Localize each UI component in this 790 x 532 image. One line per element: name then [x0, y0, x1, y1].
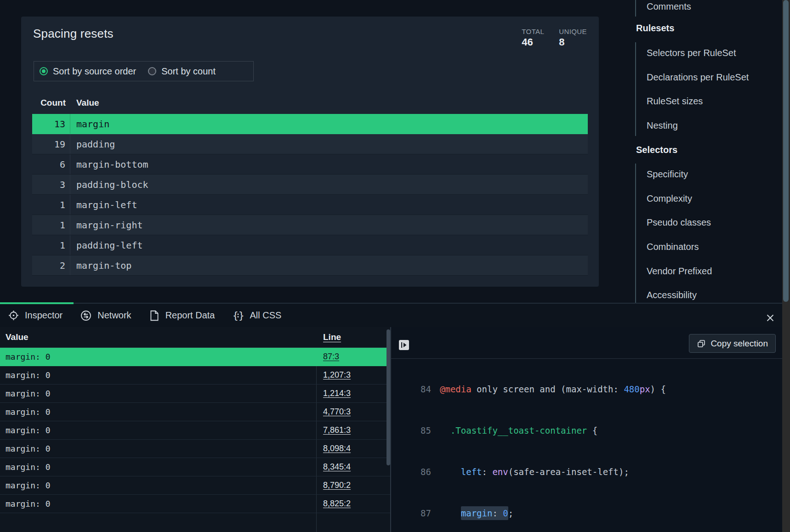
row-value: margin: 0 — [0, 348, 317, 366]
value-header: Value — [70, 98, 99, 108]
spacing-table-header: Count Value — [32, 92, 588, 114]
row-value: margin: 0 — [0, 385, 317, 402]
radio-unselected-icon[interactable] — [148, 67, 156, 75]
code-lines: 84@media only screen and (max-width: 480… — [391, 359, 782, 532]
svg-text:{: { — [233, 310, 239, 321]
sidebar-item-specificity[interactable]: Specificity — [647, 169, 688, 180]
line-number: 87 — [391, 506, 431, 520]
code-line-selected: 87 margin: 0; — [391, 506, 782, 520]
row-value: margin-right — [70, 220, 143, 231]
tab-all-css[interactable]: { } All CSS — [232, 310, 281, 322]
inspector-row[interactable]: margin: 0 8,790:2 — [0, 476, 390, 495]
row-value: padding-block — [70, 179, 148, 190]
tab-network[interactable]: Network — [80, 310, 131, 322]
row-value: margin: 0 — [0, 421, 317, 439]
line-link[interactable]: 1,207:3 — [323, 370, 351, 379]
line-link[interactable]: 8,790:2 — [323, 481, 351, 490]
tab-label: Network — [97, 310, 131, 321]
row-count: 2 — [32, 255, 70, 275]
radio-label: Sort by source order — [53, 66, 136, 77]
row-value: margin: 0 — [0, 366, 317, 384]
svg-text:}: } — [239, 310, 244, 321]
sidebar-item-selectors-per-ruleset[interactable]: Selectors per RuleSet — [647, 48, 736, 58]
radio-label: Sort by count — [161, 66, 216, 77]
sidebar-heading-selectors: Selectors — [636, 145, 677, 155]
inspector-row[interactable]: margin: 0 8,825:2 — [0, 495, 390, 513]
inspector-row[interactable]: margin: 0 87:3 — [0, 348, 390, 366]
inspector-row[interactable]: margin: 0 7,861:3 — [0, 421, 390, 440]
sidebar-group-line — [635, 164, 636, 303]
row-count: 1 — [32, 215, 70, 235]
inspector-scrollbar-thumb[interactable] — [386, 329, 390, 465]
table-row[interactable]: 1 margin-left — [32, 195, 588, 215]
line-link[interactable]: 8,098:4 — [323, 444, 351, 453]
radio-selected-icon[interactable] — [40, 67, 48, 75]
sidebar-scrollbar-thumb[interactable] — [783, 0, 789, 302]
transfer-icon — [80, 310, 92, 322]
row-value: margin: 0 — [0, 440, 317, 458]
row-value: margin — [70, 119, 109, 130]
sidebar-item-comments[interactable]: Comments — [647, 1, 691, 12]
bottom-tabbar: Inspector Network Report Data { } All CS… — [0, 304, 782, 327]
tab-label: Report Data — [165, 310, 215, 321]
selected-declaration: margin: 0 — [461, 506, 508, 520]
inspector-row[interactable]: margin: 0 8,345:4 — [0, 458, 390, 476]
row-count: 1 — [32, 235, 70, 255]
tab-inspector[interactable]: Inspector — [8, 310, 63, 321]
line-link[interactable]: 87:3 — [323, 352, 339, 361]
crosshair-icon — [8, 310, 19, 321]
inspector-row-partial — [0, 513, 390, 532]
spacing-table: Count Value 13 margin 19 padding 6 margi… — [32, 92, 588, 276]
copy-selection-button[interactable]: Copy selection — [689, 334, 776, 353]
code-viewer-header: Copy selection — [391, 327, 782, 359]
sidebar-item-combinators[interactable]: Combinators — [647, 242, 699, 252]
table-row[interactable]: 1 margin-right — [32, 215, 588, 235]
line-link[interactable]: 1,214:3 — [323, 389, 351, 398]
tab-label: Inspector — [25, 310, 63, 321]
inspector-table-header: Value Line — [0, 327, 390, 348]
table-row[interactable]: 13 margin — [32, 114, 588, 134]
row-value: padding-left — [70, 240, 143, 251]
line-link[interactable]: 4,770:3 — [323, 407, 351, 416]
code-area[interactable]: 84@media only screen and (max-width: 480… — [391, 359, 782, 532]
expand-panel-button[interactable] — [399, 340, 409, 350]
line-link[interactable]: 8,345:4 — [323, 462, 351, 471]
sidebar-item-pseudo-classes[interactable]: Pseudo classes — [647, 217, 711, 228]
table-row[interactable]: 1 padding-left — [32, 235, 588, 255]
row-count: 13 — [32, 114, 70, 134]
inspector-row[interactable]: margin: 0 1,214:3 — [0, 385, 390, 403]
inspector-panel: Value Line margin: 0 87:3 margin: 0 1,20… — [0, 327, 391, 532]
line-number: 84 — [391, 382, 431, 396]
table-row[interactable]: 19 padding — [32, 134, 588, 154]
table-row[interactable]: 6 margin-bottom — [32, 154, 588, 175]
line-link[interactable]: 8,825:2 — [323, 499, 351, 508]
sidebar-item-ruleset-sizes[interactable]: RuleSet sizes — [647, 96, 703, 107]
row-count: 1 — [32, 195, 70, 215]
radio-sort-source-order[interactable]: Sort by source order — [40, 66, 136, 77]
inspector-row[interactable]: margin: 0 1,207:3 — [0, 366, 390, 385]
tab-report-data[interactable]: Report Data — [149, 310, 215, 322]
sidebar-item-vendor-prefixed[interactable]: Vendor Prefixed — [647, 266, 712, 277]
row-value: margin: 0 — [0, 476, 317, 494]
sidebar-item-nesting[interactable]: Nesting — [647, 120, 678, 131]
sidebar-item-complexity[interactable]: Complexity — [647, 193, 692, 204]
sidebar-item-declarations-per-ruleset[interactable]: Declarations per RuleSet — [647, 72, 749, 83]
inspector-row[interactable]: margin: 0 8,098:4 — [0, 440, 390, 458]
line-link[interactable]: 7,861:3 — [323, 425, 351, 435]
row-value: margin: 0 — [0, 495, 317, 513]
card-title: Spacing resets — [33, 27, 114, 41]
table-row[interactable]: 2 margin-top — [32, 255, 588, 276]
table-row[interactable]: 3 padding-block — [32, 175, 588, 195]
sidebar-item-accessibility[interactable]: Accessibility — [647, 290, 697, 300]
copy-selection-label: Copy selection — [710, 339, 768, 349]
radio-sort-count[interactable]: Sort by count — [148, 66, 216, 77]
sidebar-group-line — [635, 0, 636, 17]
close-panel-button[interactable] — [764, 311, 777, 324]
row-count: 19 — [32, 134, 70, 154]
value-header: Value — [0, 332, 317, 342]
stat-total: TOTAL 46 — [522, 28, 544, 48]
line-header[interactable]: Line — [317, 332, 341, 342]
stat-total-label: TOTAL — [522, 28, 544, 35]
inspector-row[interactable]: margin: 0 4,770:3 — [0, 403, 390, 421]
tab-label: All CSS — [250, 310, 281, 321]
